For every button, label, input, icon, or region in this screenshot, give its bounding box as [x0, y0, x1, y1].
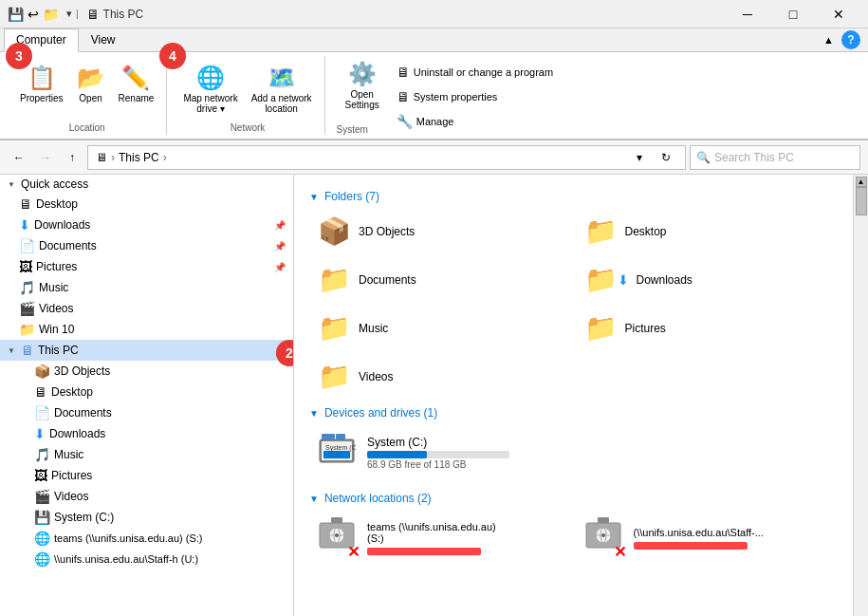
scrollbar-thumb[interactable]: [856, 187, 867, 215]
sidebar-item-downloads[interactable]: ⬇ Downloads 📌: [0, 215, 293, 235]
sidebar-this-pc[interactable]: ▼ 🖥 This PC 2: [0, 340, 293, 361]
open-button[interactable]: 📂 Open: [72, 62, 110, 106]
scrollbar-up-btn[interactable]: ▲: [856, 177, 867, 187]
properties-icon: 📋: [28, 65, 56, 91]
sidebar-teams-network[interactable]: 🌐 teams (\\unifs.unisa.edu.au) (S:): [0, 528, 293, 549]
sidebar-child-pictures[interactable]: 🖼 Pictures: [0, 465, 293, 486]
system-properties-button[interactable]: 🖥 System properties: [392, 86, 558, 107]
rename-button[interactable]: ✏️ Rename: [114, 62, 159, 106]
sidebar-child-documents-label: Documents: [54, 406, 112, 420]
ribbon-content: 3 4 📋 Properties 📂 Open ✏️ Rename Locati…: [0, 52, 868, 140]
child-pictures-icon: 🖼: [34, 468, 47, 483]
sidebar-item-documents[interactable]: 📄 Documents 📌: [0, 235, 293, 256]
maximize-button[interactable]: □: [771, 0, 815, 28]
sidebar-documents-label: Documents: [39, 239, 97, 252]
location-group-label: Location: [69, 121, 105, 133]
child-videos-icon: 🎬: [34, 489, 50, 504]
sidebar-teams-network-label: teams (\\unifs.unisa.edu.au) (S:): [54, 532, 203, 544]
qat-dropdown[interactable]: ▾: [66, 8, 72, 20]
downloads-icon: ⬇: [19, 217, 30, 233]
network-staff-info: (\\unifs.unisa.edu.au\Staff-...: [634, 527, 764, 550]
drives-chevron-icon: ▼: [309, 408, 319, 419]
sidebar-item-desktop[interactable]: 🖥 Desktop: [0, 194, 293, 215]
drives-section-header[interactable]: ▼ Devices and drives (1): [309, 406, 838, 420]
sidebar-child-music[interactable]: 🎵 Music: [0, 444, 293, 465]
sidebar-item-videos[interactable]: 🎬 Videos: [0, 298, 293, 319]
forward-button[interactable]: →: [34, 146, 57, 169]
folders-grid: 📦 3D Objects 📁 Desktop 📁 Documents 📁⬇ Do…: [309, 209, 838, 399]
sidebar-child-videos[interactable]: 🎬 Videos: [0, 486, 293, 507]
sidebar-child-videos-label: Videos: [54, 490, 88, 503]
open-settings-icon: ⚙️: [348, 61, 377, 87]
network-grid: ✕ teams (\\unifs.unisa.edu.au)(S:): [309, 511, 838, 569]
downloads-folder-label: Downloads: [637, 273, 693, 287]
folder-item-documents[interactable]: 📁 Documents: [309, 257, 572, 302]
3dobjects-folder-label: 3D Objects: [359, 225, 415, 238]
svg-rect-11: [331, 517, 342, 523]
back-button[interactable]: ←: [8, 146, 30, 169]
ribbon-collapse-btn[interactable]: ▲: [823, 34, 834, 46]
sidebar-item-music[interactable]: 🎵 Music: [0, 277, 293, 298]
close-button[interactable]: ✕: [817, 0, 860, 28]
main-layout: ▼ Quick access 🖥 Desktop ⬇ Downloads 📌 📄…: [0, 175, 868, 616]
sidebar-child-downloads[interactable]: ⬇ Downloads: [0, 423, 293, 444]
sidebar-staff-network[interactable]: 🌐 \\unifs.unisa.edu.au\Staff-h (U:): [0, 549, 293, 569]
folder-item-desktop[interactable]: 📁 Desktop: [576, 209, 839, 253]
network-item-staff[interactable]: ✕ (\\unifs.unisa.edu.au\Staff-...: [576, 511, 839, 565]
breadcrumb-sep2: ›: [163, 151, 167, 164]
minimize-button[interactable]: ─: [726, 0, 769, 28]
uninstall-label: Uninstall or change a program: [414, 66, 553, 78]
folder-item-pictures[interactable]: 📁 Pictures: [576, 306, 839, 350]
uninstall-icon: 🖥: [397, 65, 410, 80]
network-section-label: Network locations (2): [324, 492, 432, 505]
sidebar-this-pc-label: This PC: [38, 344, 79, 357]
sidebar-system-c[interactable]: 💾 System (C:): [0, 507, 293, 528]
sidebar-music-label: Music: [39, 281, 68, 294]
sidebar-item-pictures[interactable]: 🖼 Pictures 📌: [0, 256, 293, 277]
sidebar-item-win10[interactable]: 📁 Win 10: [0, 319, 293, 340]
refresh-btn[interactable]: ↻: [655, 146, 677, 169]
sidebar-quick-access[interactable]: ▼ Quick access: [0, 175, 293, 194]
folder-item-music[interactable]: 📁 Music: [309, 306, 572, 350]
folders-section-label: Folders (7): [324, 190, 379, 203]
qat-separator: |: [76, 9, 79, 19]
teams-network-icon: 🌐: [34, 531, 50, 546]
breadcrumb-this-pc[interactable]: This PC: [119, 151, 159, 164]
sidebar-3dobjects[interactable]: 📦 3D Objects: [0, 361, 293, 382]
breadcrumb-dropdown-btn[interactable]: ▾: [628, 146, 651, 169]
folders-section-header[interactable]: ▼ Folders (7): [309, 190, 838, 203]
pin-icon-documents: 📌: [274, 241, 286, 252]
open-settings-button[interactable]: ⚙️ OpenSettings: [341, 58, 384, 113]
manage-button[interactable]: 🔧 Manage: [392, 111, 558, 132]
network-buttons: 🌐 Map networkdrive ▾ 🗺️ Add a networkloc…: [178, 58, 316, 121]
qat-icon2: ↩: [28, 7, 39, 22]
network-item-teams[interactable]: ✕ teams (\\unifs.unisa.edu.au)(S:): [309, 511, 572, 565]
search-bar[interactable]: 🔍 Search This PC: [690, 145, 860, 170]
drive-item-system-c[interactable]: System (C:) System (C:) 68.9 GB free of …: [309, 425, 838, 480]
network-chevron-icon: ▼: [309, 494, 319, 504]
ribbon-network-group: 🌐 Map networkdrive ▾ 🗺️ Add a networkloc…: [171, 56, 324, 135]
map-network-label: Map networkdrive ▾: [183, 93, 237, 114]
sidebar-child-desktop[interactable]: 🖥 Desktop: [0, 382, 293, 402]
folder-item-videos[interactable]: 📁 Videos: [309, 354, 572, 399]
map-network-drive-button[interactable]: 🌐 Map networkdrive ▾: [178, 62, 242, 117]
content-scrollbar[interactable]: ▲ ▼: [853, 175, 868, 616]
add-network-location-button[interactable]: 🗺️ Add a networklocation: [247, 62, 317, 117]
drives-section-label: Devices and drives (1): [324, 406, 437, 420]
uninstall-button[interactable]: 🖥 Uninstall or change a program: [392, 62, 558, 83]
up-button[interactable]: ↑: [61, 146, 83, 169]
breadcrumb-bar[interactable]: 🖥 › This PC › ▾ ↻: [87, 145, 686, 170]
qat-icon1: 💾: [8, 7, 24, 22]
rename-label: Rename: [119, 93, 155, 103]
ribbon: Computer View ▲ ? 3 4 📋 Properties 📂 Ope…: [0, 28, 868, 140]
folder-item-downloads[interactable]: 📁⬇ Downloads: [576, 257, 839, 302]
help-button[interactable]: ?: [841, 30, 860, 49]
sidebar-child-documents[interactable]: 📄 Documents: [0, 402, 293, 423]
window-icon: 🖥: [86, 7, 100, 22]
svg-point-10: [335, 533, 339, 537]
search-icon: 🔍: [696, 151, 711, 164]
folder-item-3dobjects[interactable]: 📦 3D Objects: [309, 209, 572, 253]
sidebar-pictures-label: Pictures: [36, 260, 77, 273]
tab-view[interactable]: View: [79, 28, 128, 51]
network-section-header[interactable]: ▼ Network locations (2): [309, 492, 838, 505]
